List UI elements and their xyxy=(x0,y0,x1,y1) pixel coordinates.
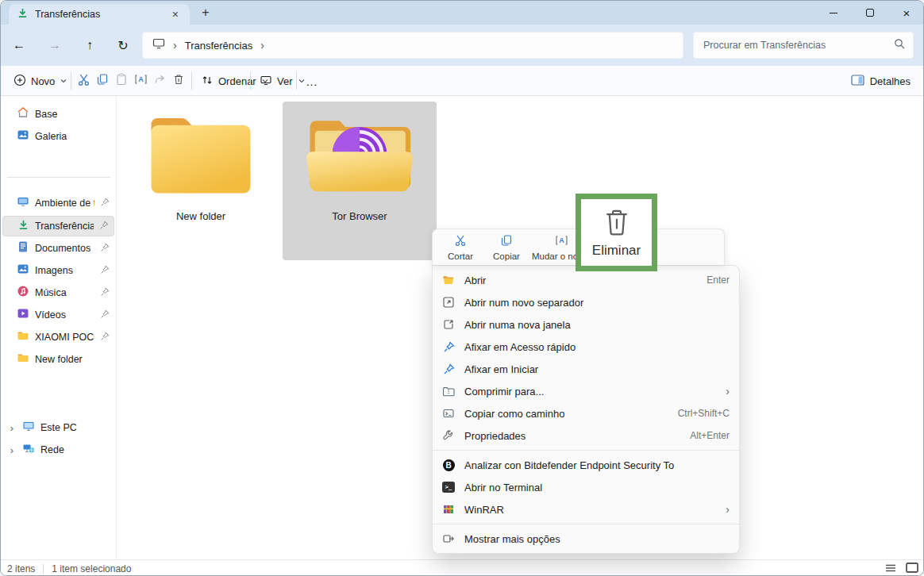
close-icon: × xyxy=(903,7,911,19)
show-more-icon xyxy=(441,532,456,545)
search-input[interactable] xyxy=(702,39,894,52)
sidebar-item-imagens[interactable]: Imagens xyxy=(2,260,114,281)
details-panel-icon xyxy=(851,75,864,88)
menu-item-afixar-acesso-rapido[interactable]: Afixar em Acesso rápido xyxy=(433,336,739,358)
maximize-icon xyxy=(866,9,874,17)
delete-button-highlighted[interactable]: Eliminar xyxy=(576,194,657,271)
list-view-icon[interactable] xyxy=(885,563,896,574)
view-button-label: Ver xyxy=(277,75,293,87)
menu-item-bitdefender-scan[interactable]: B Analizar con Bitdefender Endpoint Secu… xyxy=(433,454,739,476)
cut-button-context[interactable]: Cortar xyxy=(439,232,482,263)
menu-item-mostrar-mais-opcoes[interactable]: Mostrar mais opções xyxy=(433,528,739,550)
command-bar: Novo A xyxy=(1,66,924,96)
gallery-icon xyxy=(17,129,29,144)
music-icon xyxy=(17,285,29,301)
sidebar-divider xyxy=(7,177,110,178)
sidebar-item-new-folder[interactable]: New folder xyxy=(2,349,114,370)
more-options-button[interactable]: … xyxy=(301,69,323,93)
desktop-icon xyxy=(17,195,29,211)
sidebar-item-ambiente-de-trabalho[interactable]: Ambiente de tra xyxy=(2,193,114,213)
menu-item-propriedades[interactable]: Propriedades Alt+Enter xyxy=(433,424,739,447)
home-icon xyxy=(17,106,29,122)
details-button-label: Detalhes xyxy=(870,75,911,87)
sidebar-item-videos[interactable]: Vídeos xyxy=(2,305,114,325)
pin-icon xyxy=(100,241,110,255)
svg-text:A: A xyxy=(559,236,564,244)
menu-item-copiar-como-caminho[interactable]: Copiar como caminho Ctrl+Shift+C xyxy=(433,402,739,424)
zip-folder-icon xyxy=(441,385,456,397)
chevron-right-icon[interactable]: › xyxy=(260,39,264,52)
delete-button-toolbar[interactable] xyxy=(167,69,190,93)
sidebar-item-xiaomi-poco[interactable]: XIAOMI POCO F xyxy=(2,327,114,348)
sidebar-content-divider xyxy=(116,96,117,559)
menu-item-abrir-novo-separador[interactable]: Abrir num novo separador xyxy=(433,291,739,313)
pin-icon xyxy=(100,196,110,210)
menu-item-winrar[interactable]: WinRAR › xyxy=(433,498,739,520)
submenu-chevron-icon: › xyxy=(726,385,730,397)
breadcrumb[interactable]: Transferências xyxy=(185,40,253,52)
details-button[interactable]: Detalhes xyxy=(845,69,917,93)
sidebar-item-base[interactable]: Base xyxy=(2,104,114,125)
menu-item-abrir[interactable]: Abrir Enter xyxy=(433,269,739,291)
pin-icon xyxy=(100,286,110,300)
chevron-expand-icon[interactable]: › xyxy=(7,422,17,434)
rename-icon: A xyxy=(134,73,148,89)
share-icon xyxy=(153,73,166,89)
sidebar: Base Galeria Ambiente de tra Transferênc… xyxy=(1,96,116,559)
folder-icon-large xyxy=(141,109,260,207)
menu-separator xyxy=(433,450,739,451)
new-button-label: Novo xyxy=(31,75,55,87)
folder-tor-icon-large xyxy=(300,109,419,207)
rename-icon: A xyxy=(555,234,568,250)
pin-icon xyxy=(441,363,456,375)
chevron-expand-icon[interactable]: › xyxy=(7,444,17,456)
status-divider xyxy=(43,564,44,574)
folder-open-icon xyxy=(441,274,456,286)
sidebar-item-rede[interactable]: › Rede xyxy=(2,440,114,460)
new-tab-button[interactable]: + xyxy=(196,3,215,22)
videos-icon xyxy=(17,307,29,323)
cut-icon xyxy=(454,234,467,250)
refresh-button[interactable]: ↻ xyxy=(110,33,136,58)
sidebar-item-galeria[interactable]: Galeria xyxy=(2,126,114,147)
file-tile-new-folder[interactable]: New folder xyxy=(136,102,266,260)
wrench-icon xyxy=(441,429,456,442)
menu-item-afixar-iniciar[interactable]: Afixar em Iniciar xyxy=(433,358,739,380)
open-new-window-icon xyxy=(441,318,456,331)
sort-icon xyxy=(201,74,214,89)
folder-icon xyxy=(17,351,29,367)
sidebar-item-documentos[interactable]: Documentos xyxy=(2,238,114,259)
menu-item-abrir-no-terminal[interactable]: >_ Abrir no Terminal xyxy=(433,476,739,498)
new-button[interactable]: Novo xyxy=(9,69,72,93)
copy-button-context[interactable]: Copiar xyxy=(485,232,528,263)
sidebar-item-este-pc[interactable]: › Este PC xyxy=(2,417,114,438)
thumbnail-view-icon[interactable] xyxy=(906,563,918,575)
chevron-right-icon: › xyxy=(173,39,177,52)
close-button[interactable]: × xyxy=(888,1,924,25)
items-count: 2 itens xyxy=(7,563,35,574)
tab-transferencias[interactable]: Transferências × xyxy=(9,4,190,25)
plus-circle-icon xyxy=(13,74,26,89)
open-new-tab-icon xyxy=(441,296,456,309)
terminal-icon: >_ xyxy=(441,482,456,493)
file-name: New folder xyxy=(176,210,225,222)
back-button[interactable]: ← xyxy=(6,33,32,58)
ellipsis-icon: … xyxy=(306,75,318,88)
search-icon[interactable] xyxy=(894,38,905,52)
context-menu: Abrir Enter Abrir num novo separador Abr… xyxy=(432,265,740,554)
minimize-button[interactable] xyxy=(815,1,852,25)
trash-icon xyxy=(172,73,185,89)
sidebar-item-musica[interactable]: Música xyxy=(2,282,114,303)
search-box xyxy=(693,32,914,59)
sidebar-item-transferencias[interactable]: Transferências xyxy=(2,216,114,236)
trash-icon xyxy=(603,207,630,240)
menu-item-comprimir-para[interactable]: Comprimir para... › xyxy=(433,380,739,402)
menu-item-abrir-nova-janela[interactable]: Abrir numa nova janela xyxy=(433,313,739,336)
file-tile-tor-browser[interactable]: Tor Browser xyxy=(283,102,437,260)
maximize-button[interactable] xyxy=(852,1,888,25)
copy-icon xyxy=(96,73,109,89)
up-button[interactable]: ↑ xyxy=(77,33,102,58)
tab-close-icon[interactable]: × xyxy=(169,8,182,21)
address-bar[interactable]: › Transferências › xyxy=(142,32,683,59)
forward-button[interactable]: → xyxy=(42,33,67,58)
